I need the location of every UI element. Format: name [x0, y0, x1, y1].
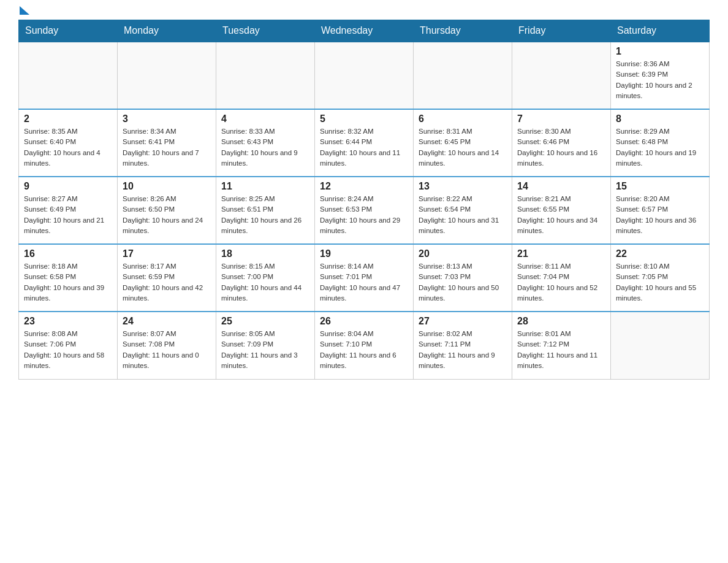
calendar-day-cell: 21Sunrise: 8:11 AM Sunset: 7:04 PM Dayli…: [512, 244, 611, 312]
day-number: 22: [616, 248, 704, 259]
calendar-week-row: 16Sunrise: 8:18 AM Sunset: 6:58 PM Dayli…: [19, 244, 710, 312]
calendar-day-cell: 12Sunrise: 8:24 AM Sunset: 6:53 PM Dayli…: [315, 177, 414, 244]
calendar-week-row: 2Sunrise: 8:35 AM Sunset: 6:40 PM Daylig…: [19, 109, 710, 177]
calendar-day-header: Monday: [118, 20, 216, 42]
day-number: 11: [221, 181, 309, 192]
calendar-week-row: 1Sunrise: 8:36 AM Sunset: 6:39 PM Daylig…: [19, 42, 710, 109]
calendar-day-cell: 20Sunrise: 8:13 AM Sunset: 7:03 PM Dayli…: [414, 244, 512, 312]
day-number: 1: [616, 46, 704, 57]
day-info: Sunrise: 8:24 AM Sunset: 6:53 PM Dayligh…: [320, 194, 408, 236]
day-number: 2: [24, 113, 112, 124]
day-number: 24: [123, 316, 211, 327]
calendar-day-cell: 27Sunrise: 8:02 AM Sunset: 7:11 PM Dayli…: [414, 312, 512, 379]
calendar-header-row: SundayMondayTuesdayWednesdayThursdayFrid…: [19, 20, 710, 42]
calendar-day-cell: [512, 42, 611, 109]
calendar-day-header: Friday: [512, 20, 611, 42]
day-number: 19: [320, 248, 408, 259]
day-info: Sunrise: 8:04 AM Sunset: 7:10 PM Dayligh…: [320, 329, 408, 371]
calendar-week-row: 9Sunrise: 8:27 AM Sunset: 6:49 PM Daylig…: [19, 177, 710, 244]
day-number: 8: [616, 113, 704, 124]
calendar-day-cell: 1Sunrise: 8:36 AM Sunset: 6:39 PM Daylig…: [611, 42, 710, 109]
day-number: 14: [517, 181, 605, 192]
day-info: Sunrise: 8:25 AM Sunset: 6:51 PM Dayligh…: [221, 194, 309, 236]
day-number: 26: [320, 316, 408, 327]
day-info: Sunrise: 8:17 AM Sunset: 6:59 PM Dayligh…: [123, 261, 211, 304]
calendar-day-header: Wednesday: [315, 20, 414, 42]
calendar-day-cell: 13Sunrise: 8:22 AM Sunset: 6:54 PM Dayli…: [414, 177, 512, 244]
day-number: 7: [517, 113, 605, 124]
day-info: Sunrise: 8:31 AM Sunset: 6:45 PM Dayligh…: [419, 126, 507, 169]
day-info: Sunrise: 8:22 AM Sunset: 6:54 PM Dayligh…: [419, 194, 507, 236]
day-number: 6: [419, 113, 507, 124]
day-info: Sunrise: 8:32 AM Sunset: 6:44 PM Dayligh…: [320, 126, 408, 169]
day-info: Sunrise: 8:05 AM Sunset: 7:09 PM Dayligh…: [221, 329, 309, 371]
day-info: Sunrise: 8:20 AM Sunset: 6:57 PM Dayligh…: [616, 194, 704, 236]
day-number: 5: [320, 113, 408, 124]
day-number: 23: [24, 316, 112, 327]
day-info: Sunrise: 8:30 AM Sunset: 6:46 PM Dayligh…: [517, 126, 605, 169]
calendar-day-cell: 8Sunrise: 8:29 AM Sunset: 6:48 PM Daylig…: [611, 109, 710, 177]
logo-arrow-icon: [20, 6, 29, 15]
day-info: Sunrise: 8:29 AM Sunset: 6:48 PM Dayligh…: [616, 126, 704, 169]
day-info: Sunrise: 8:08 AM Sunset: 7:06 PM Dayligh…: [24, 329, 112, 371]
calendar-day-cell: 14Sunrise: 8:21 AM Sunset: 6:55 PM Dayli…: [512, 177, 611, 244]
calendar-day-cell: [414, 42, 512, 109]
calendar-day-cell: 18Sunrise: 8:15 AM Sunset: 7:00 PM Dayli…: [216, 244, 315, 312]
calendar-day-cell: [315, 42, 414, 109]
day-info: Sunrise: 8:10 AM Sunset: 7:05 PM Dayligh…: [616, 261, 704, 304]
calendar-day-cell: 11Sunrise: 8:25 AM Sunset: 6:51 PM Dayli…: [216, 177, 315, 244]
calendar-day-cell: 26Sunrise: 8:04 AM Sunset: 7:10 PM Dayli…: [315, 312, 414, 379]
calendar-day-cell: 5Sunrise: 8:32 AM Sunset: 6:44 PM Daylig…: [315, 109, 414, 177]
calendar-day-cell: 7Sunrise: 8:30 AM Sunset: 6:46 PM Daylig…: [512, 109, 611, 177]
day-info: Sunrise: 8:21 AM Sunset: 6:55 PM Dayligh…: [517, 194, 605, 236]
calendar-day-cell: 22Sunrise: 8:10 AM Sunset: 7:05 PM Dayli…: [611, 244, 710, 312]
calendar-day-cell: 25Sunrise: 8:05 AM Sunset: 7:09 PM Dayli…: [216, 312, 315, 379]
page-header: [18, 12, 710, 13]
calendar-day-cell: 10Sunrise: 8:26 AM Sunset: 6:50 PM Dayli…: [118, 177, 216, 244]
calendar-day-cell: 6Sunrise: 8:31 AM Sunset: 6:45 PM Daylig…: [414, 109, 512, 177]
calendar-day-header: Tuesday: [216, 20, 315, 42]
calendar-day-cell: 19Sunrise: 8:14 AM Sunset: 7:01 PM Dayli…: [315, 244, 414, 312]
day-number: 13: [419, 181, 507, 192]
calendar-day-header: Sunday: [19, 20, 118, 42]
calendar-day-cell: [611, 312, 710, 379]
day-number: 25: [221, 316, 309, 327]
day-info: Sunrise: 8:15 AM Sunset: 7:00 PM Dayligh…: [221, 261, 309, 304]
day-number: 4: [221, 113, 309, 124]
day-number: 18: [221, 248, 309, 259]
calendar-day-cell: 23Sunrise: 8:08 AM Sunset: 7:06 PM Dayli…: [19, 312, 118, 379]
day-info: Sunrise: 8:35 AM Sunset: 6:40 PM Dayligh…: [24, 126, 112, 169]
day-number: 17: [123, 248, 211, 259]
day-number: 10: [123, 181, 211, 192]
day-info: Sunrise: 8:33 AM Sunset: 6:43 PM Dayligh…: [221, 126, 309, 169]
calendar-day-cell: [19, 42, 118, 109]
calendar-day-cell: 4Sunrise: 8:33 AM Sunset: 6:43 PM Daylig…: [216, 109, 315, 177]
calendar-table: SundayMondayTuesdayWednesdayThursdayFrid…: [18, 20, 710, 380]
calendar-day-cell: 28Sunrise: 8:01 AM Sunset: 7:12 PM Dayli…: [512, 312, 611, 379]
day-number: 3: [123, 113, 211, 124]
day-number: 27: [419, 316, 507, 327]
calendar-day-cell: 16Sunrise: 8:18 AM Sunset: 6:58 PM Dayli…: [19, 244, 118, 312]
day-info: Sunrise: 8:01 AM Sunset: 7:12 PM Dayligh…: [517, 329, 605, 371]
calendar-day-cell: 2Sunrise: 8:35 AM Sunset: 6:40 PM Daylig…: [19, 109, 118, 177]
day-number: 21: [517, 248, 605, 259]
day-info: Sunrise: 8:34 AM Sunset: 6:41 PM Dayligh…: [123, 126, 211, 169]
day-number: 9: [24, 181, 112, 192]
day-info: Sunrise: 8:36 AM Sunset: 6:39 PM Dayligh…: [616, 59, 704, 101]
day-info: Sunrise: 8:27 AM Sunset: 6:49 PM Dayligh…: [24, 194, 112, 236]
day-number: 12: [320, 181, 408, 192]
calendar-day-header: Saturday: [611, 20, 710, 42]
calendar-day-cell: 3Sunrise: 8:34 AM Sunset: 6:41 PM Daylig…: [118, 109, 216, 177]
calendar-day-cell: [118, 42, 216, 109]
calendar-day-cell: 15Sunrise: 8:20 AM Sunset: 6:57 PM Dayli…: [611, 177, 710, 244]
day-number: 20: [419, 248, 507, 259]
day-info: Sunrise: 8:13 AM Sunset: 7:03 PM Dayligh…: [419, 261, 507, 304]
day-number: 16: [24, 248, 112, 259]
calendar-day-cell: [216, 42, 315, 109]
day-info: Sunrise: 8:02 AM Sunset: 7:11 PM Dayligh…: [419, 329, 507, 371]
day-number: 28: [517, 316, 605, 327]
day-info: Sunrise: 8:07 AM Sunset: 7:08 PM Dayligh…: [123, 329, 211, 371]
calendar-day-cell: 24Sunrise: 8:07 AM Sunset: 7:08 PM Dayli…: [118, 312, 216, 379]
calendar-day-cell: 9Sunrise: 8:27 AM Sunset: 6:49 PM Daylig…: [19, 177, 118, 244]
day-info: Sunrise: 8:18 AM Sunset: 6:58 PM Dayligh…: [24, 261, 112, 304]
